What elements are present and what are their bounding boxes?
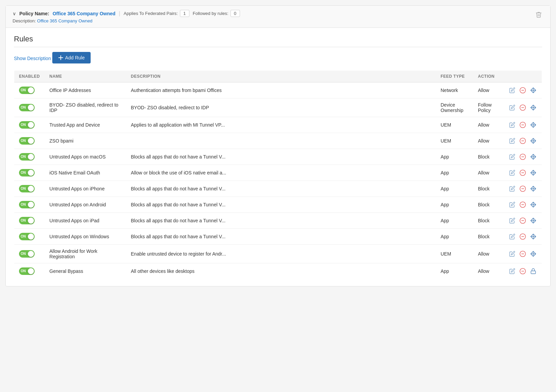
toggle-switch-5[interactable]: ON <box>19 169 35 176</box>
rules-title: Rules <box>14 35 542 47</box>
cell-controls-4 <box>504 149 542 165</box>
cell-desc-7: Blocks all apps that do not have a Tunne… <box>126 197 436 213</box>
cell-controls-5 <box>504 165 542 181</box>
action-icons <box>508 201 537 209</box>
cell-controls-3 <box>504 133 542 149</box>
policy-label: Policy Name: <box>19 11 49 16</box>
followed-value: 0 <box>230 10 240 17</box>
cell-name-8: Untrusted Apps on iPad <box>45 213 126 229</box>
toggle-switch-7[interactable]: ON <box>19 201 35 208</box>
edit-icon <box>509 218 515 224</box>
cell-desc-3 <box>126 133 436 149</box>
drag-icon <box>530 122 536 128</box>
edit-icon <box>509 234 515 240</box>
remove-button-1[interactable] <box>519 104 527 112</box>
cell-feedtype-10: UEM <box>436 245 473 263</box>
toggle-switch-9[interactable]: ON <box>19 233 35 240</box>
edit-button-6[interactable] <box>508 185 516 192</box>
action-icons <box>508 217 537 225</box>
action-icons <box>508 86 537 94</box>
edit-button-7[interactable] <box>508 201 516 208</box>
drag-button-2[interactable] <box>530 121 537 129</box>
remove-button-8[interactable] <box>519 217 527 225</box>
toggle-knob-1 <box>28 105 34 111</box>
rule-action: Block <box>478 202 489 207</box>
table-row: ON ZSO bpamiUEMAllow <box>14 133 542 149</box>
edit-button-2[interactable] <box>508 121 516 129</box>
lock-button-11[interactable] <box>530 267 537 275</box>
rule-description: Authentication attempts from bpami Offic… <box>131 88 222 93</box>
edit-button-5[interactable] <box>508 169 516 176</box>
drag-button-7[interactable] <box>530 201 537 208</box>
edit-button-3[interactable] <box>508 137 516 145</box>
remove-button-6[interactable] <box>519 185 527 193</box>
toggle-switch-11[interactable]: ON <box>19 267 35 275</box>
edit-button-11[interactable] <box>508 267 516 275</box>
drag-button-9[interactable] <box>530 233 537 240</box>
toggle-switch-2[interactable]: ON <box>19 121 35 129</box>
edit-button-10[interactable] <box>508 250 516 258</box>
delete-policy-button[interactable] <box>534 10 543 21</box>
table-row: ON BYOD- ZSO disabled, redirect to IDPBY… <box>14 98 542 117</box>
col-header-description: DESCRIPTION <box>126 71 436 82</box>
drag-button-0[interactable] <box>530 87 537 94</box>
rule-action: Allow <box>478 122 489 128</box>
add-rule-button[interactable]: Add Rule <box>52 52 91 63</box>
cell-enabled-4: ON <box>14 149 45 165</box>
remove-button-0[interactable] <box>519 86 527 94</box>
trash-icon <box>535 11 542 18</box>
edit-icon <box>509 138 515 144</box>
drag-button-6[interactable] <box>530 185 537 192</box>
remove-button-4[interactable] <box>519 153 527 161</box>
drag-button-1[interactable] <box>530 104 537 111</box>
action-icons <box>508 137 537 145</box>
cell-action-8: Block <box>473 213 504 229</box>
remove-button-9[interactable] <box>519 232 527 241</box>
divider: | <box>119 11 120 17</box>
drag-button-3[interactable] <box>530 137 537 145</box>
remove-button-11[interactable] <box>519 267 527 275</box>
action-icons <box>508 250 537 258</box>
edit-button-1[interactable] <box>508 104 516 111</box>
remove-button-2[interactable] <box>519 121 527 129</box>
rule-name: Allow Android for Work Registration <box>50 248 97 259</box>
action-icons <box>508 232 537 241</box>
remove-button-5[interactable] <box>519 169 527 177</box>
policy-header: ∨ Policy Name: Office 365 Company Owned … <box>6 6 550 28</box>
drag-button-4[interactable] <box>530 153 537 161</box>
rule-action: Allow <box>478 268 489 274</box>
toggle-switch-10[interactable]: ON <box>19 250 35 258</box>
toggle-switch-6[interactable]: ON <box>19 185 35 192</box>
rule-action: Allow <box>478 251 489 257</box>
toggle-switch-8[interactable]: ON <box>19 217 35 224</box>
rule-action: Allow <box>478 88 489 93</box>
drag-button-5[interactable] <box>530 169 537 176</box>
edit-button-9[interactable] <box>508 233 516 240</box>
table-row: ON Office IP AddressesAuthentication att… <box>14 82 542 98</box>
drag-icon <box>530 154 536 160</box>
chevron-down-icon[interactable]: ∨ <box>13 11 16 16</box>
edit-button-0[interactable] <box>508 87 516 94</box>
toggle-switch-0[interactable]: ON <box>19 87 35 94</box>
toggle-switch-3[interactable]: ON <box>19 137 35 145</box>
drag-icon <box>530 186 536 192</box>
cell-enabled-11: ON <box>14 263 45 279</box>
rule-feedtype: App <box>441 186 449 191</box>
toggle-switch-1[interactable]: ON <box>19 104 35 111</box>
rule-description: Applies to all application with MI Tunne… <box>131 122 225 128</box>
drag-button-8[interactable] <box>530 217 537 224</box>
show-description-link[interactable]: Show Description <box>14 56 51 61</box>
plus-icon <box>58 55 63 60</box>
cell-action-2: Allow <box>473 117 504 133</box>
cell-enabled-3: ON <box>14 133 45 149</box>
rule-description: Allow or block the use of iOS native ema… <box>131 170 226 175</box>
edit-button-8[interactable] <box>508 217 516 224</box>
remove-button-7[interactable] <box>519 201 527 209</box>
toggle-switch-4[interactable]: ON <box>19 153 35 161</box>
drag-button-10[interactable] <box>530 250 537 258</box>
remove-button-3[interactable] <box>519 137 527 145</box>
edit-button-4[interactable] <box>508 153 516 161</box>
col-header-action: ACTION <box>473 71 504 82</box>
remove-button-10[interactable] <box>519 250 527 258</box>
edit-icon <box>509 170 515 176</box>
